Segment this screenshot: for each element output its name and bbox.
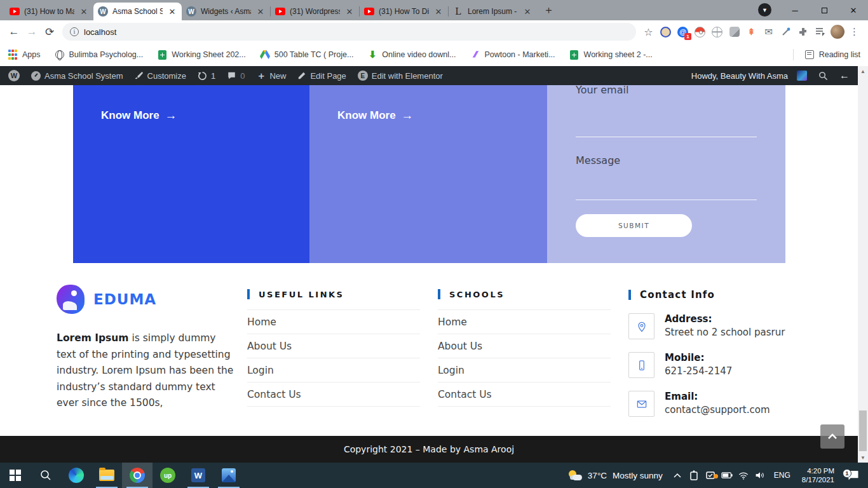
extension-eyedropper-icon[interactable] xyxy=(777,23,794,41)
footer-link-contact[interactable]: Contact Us xyxy=(247,383,420,407)
submit-button[interactable]: SUBMIT xyxy=(576,214,692,237)
message-input[interactable] xyxy=(576,200,757,200)
footer-link-login[interactable]: Login xyxy=(247,358,420,383)
customize-menu[interactable]: Customize xyxy=(129,66,192,85)
site-name-menu[interactable]: Asma School System xyxy=(25,66,129,85)
taskbar-word-button[interactable]: W xyxy=(183,463,214,488)
arrow-right-icon: → xyxy=(165,109,177,123)
taskbar-explorer-button[interactable] xyxy=(92,463,122,488)
wp-logo-menu[interactable]: W xyxy=(3,66,25,85)
bookmark-working-sheet-2[interactable]: Working sheet 2 -... xyxy=(569,50,653,60)
photos-icon xyxy=(222,468,236,482)
bookmark-star-icon[interactable]: ☆ xyxy=(640,23,657,41)
comments-menu[interactable]: 0 xyxy=(221,66,250,85)
globe-icon xyxy=(55,50,65,60)
edit-page-menu[interactable]: Edit Page xyxy=(292,66,351,85)
bookmark-working-sheet-1[interactable]: Working Sheet 202... xyxy=(157,50,246,60)
tray-volume-icon[interactable] xyxy=(752,471,768,480)
close-tab-icon[interactable]: ✕ xyxy=(167,7,177,17)
address-bar[interactable]: i localhost xyxy=(62,23,636,41)
extension-arrow-icon[interactable]: ⇞ xyxy=(743,23,760,41)
contact-value: Street no 2 school pasrur xyxy=(665,327,785,338)
know-more-link-2[interactable]: Know More → xyxy=(309,85,547,123)
forward-icon[interactable]: → xyxy=(23,23,41,41)
updates-menu[interactable]: 1 xyxy=(192,66,221,85)
taskbar-search-button[interactable] xyxy=(31,463,61,488)
page-scrollbar[interactable]: ▲ ▼ xyxy=(858,66,868,463)
taskbar-upwork-button[interactable]: up xyxy=(153,463,183,488)
scrollbar-up-arrow[interactable]: ▲ xyxy=(858,66,868,76)
bookmark-500-table[interactable]: 500 Table TC ( Proje... xyxy=(260,50,354,60)
footer-link-login[interactable]: Login xyxy=(438,358,611,383)
scrollbar-thumb[interactable] xyxy=(859,410,867,451)
extension-mail-icon[interactable]: ✉ xyxy=(760,23,777,41)
extension-at-icon[interactable]: @1 xyxy=(674,23,691,41)
tab-widgets[interactable]: W Widgets ‹ Asma Schoo ✕ xyxy=(182,3,270,20)
tab-asma-school-system[interactable]: W Asma School System – ✕ xyxy=(93,3,182,20)
apps-grid-icon xyxy=(8,50,18,60)
maximize-button[interactable] xyxy=(810,0,839,20)
bookmark-apps[interactable]: Apps xyxy=(8,50,41,60)
footer-link-home[interactable]: Home xyxy=(247,310,420,334)
tray-expand-button[interactable] xyxy=(669,473,686,478)
close-tab-icon[interactable]: ✕ xyxy=(344,7,355,17)
extension-globe-icon[interactable] xyxy=(709,23,726,41)
howdy-account-menu[interactable]: Howdy, Beauty With Asma xyxy=(686,66,813,85)
taskbar-weather-widget[interactable]: 37°C Mostly sunny xyxy=(562,470,669,480)
admin-back-button[interactable]: ← xyxy=(834,66,855,85)
tab-youtube-3[interactable]: (31) How To Disable W ✕ xyxy=(360,3,448,20)
tray-screenshot-icon[interactable] xyxy=(702,470,719,480)
tray-battery-icon[interactable] xyxy=(719,471,735,479)
tab-youtube-1[interactable]: (31) How to Make Sch ✕ xyxy=(5,3,93,20)
new-content-menu[interactable]: ＋ New xyxy=(250,66,292,85)
extension-avatar-icon[interactable] xyxy=(657,23,674,41)
taskbar-chrome-button[interactable] xyxy=(122,463,153,488)
chevron-up-icon xyxy=(827,433,837,440)
extension-pokeball-icon[interactable] xyxy=(691,23,709,41)
tray-wifi-icon[interactable] xyxy=(735,471,752,480)
start-button[interactable] xyxy=(0,463,31,488)
tray-tablet-icon[interactable] xyxy=(686,470,702,480)
minimize-button[interactable]: ─ xyxy=(780,0,810,20)
close-tab-icon[interactable]: ✕ xyxy=(433,7,444,17)
action-center-button[interactable]: 1 xyxy=(840,471,865,480)
scrollbar-down-arrow[interactable]: ▼ xyxy=(858,452,868,463)
close-tab-icon[interactable]: ✕ xyxy=(522,7,532,17)
clock-time: 4:20 PM xyxy=(802,466,834,475)
bookmark-powtoon[interactable]: ⫽ Powtoon - Marketi... xyxy=(470,50,555,60)
footer-brand-column: EDUMA Lorem Ipsum is simply dummy text o… xyxy=(57,263,238,412)
email-input[interactable] xyxy=(576,137,757,137)
profile-avatar[interactable] xyxy=(829,23,846,41)
footer-link-home[interactable]: Home xyxy=(438,310,611,334)
language-indicator[interactable]: ENG xyxy=(768,471,796,480)
tab-lorem-ipsum[interactable]: L Lorem Ipsum - All the ✕ xyxy=(449,3,537,20)
browser-profile-icon[interactable]: ▼ xyxy=(758,3,771,17)
chrome-menu-icon[interactable]: ⋮ xyxy=(846,23,863,41)
extension-grey-icon[interactable] xyxy=(726,23,743,41)
taskbar-photos-button[interactable] xyxy=(214,463,244,488)
site-info-icon[interactable]: i xyxy=(70,27,79,36)
footer-link-contact[interactable]: Contact Us xyxy=(438,383,611,407)
taskbar-clock[interactable]: 4:20 PM 8/17/2021 xyxy=(796,466,840,484)
taskbar-edge-button[interactable] xyxy=(61,463,92,488)
tab-youtube-2[interactable]: (31) Wordpress widget ✕ xyxy=(271,3,359,20)
footer-link-about[interactable]: About Us xyxy=(247,334,420,358)
close-tab-icon[interactable]: ✕ xyxy=(79,7,89,17)
close-window-button[interactable]: ✕ xyxy=(839,0,868,20)
bookmark-bulimba[interactable]: Bulimba Psycholog... xyxy=(55,50,144,60)
reading-list-button[interactable]: Reading list xyxy=(793,49,860,60)
extensions-puzzle-icon[interactable] xyxy=(794,23,811,41)
close-tab-icon[interactable]: ✕ xyxy=(255,7,266,17)
edit-with-elementor-menu[interactable]: E Edit with Elementor xyxy=(352,66,449,85)
footer-link-about[interactable]: About Us xyxy=(438,334,611,358)
new-tab-button[interactable]: ＋ xyxy=(543,3,554,17)
bookmark-video-downloader[interactable]: ⬇ Online video downl... xyxy=(367,50,456,60)
column-title: Contact Info xyxy=(640,289,715,301)
reload-icon[interactable]: ⟳ xyxy=(41,23,58,41)
back-icon[interactable]: ← xyxy=(5,23,23,41)
know-more-link-1[interactable]: Know More → xyxy=(73,85,309,123)
scroll-to-top-button[interactable] xyxy=(820,424,844,449)
media-queue-icon[interactable] xyxy=(811,23,829,41)
admin-search-button[interactable] xyxy=(813,66,834,85)
search-icon xyxy=(818,71,828,81)
